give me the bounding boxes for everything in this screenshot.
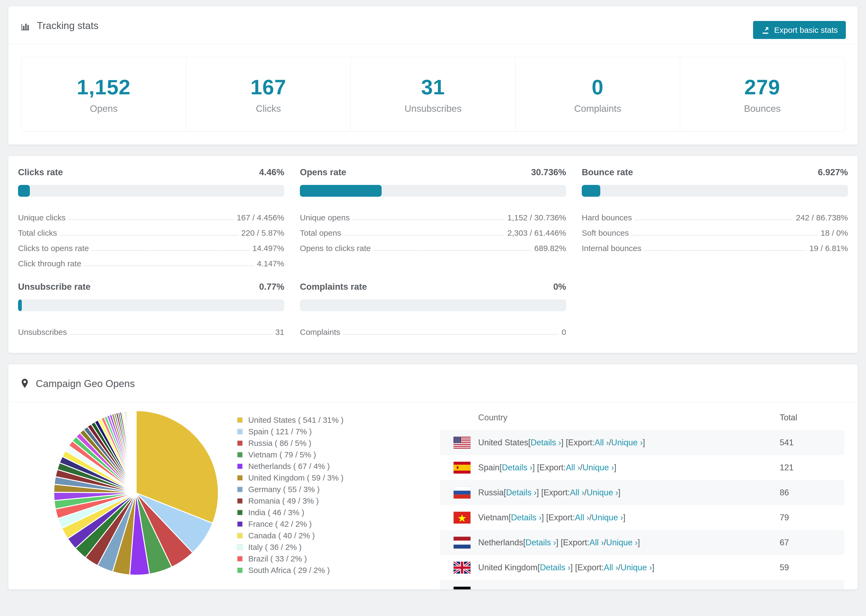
export-unique-link[interactable]: Unique ›: [583, 463, 614, 473]
legend-percent: 3%: [288, 508, 299, 517]
rate-head: Opens rate30.736%: [300, 167, 566, 178]
details-link-label: Details: [526, 538, 551, 547]
export-all-link-label: All: [566, 463, 575, 472]
legend-swatch: [237, 440, 243, 446]
separator: ]: [614, 463, 616, 473]
export-all-link[interactable]: All ›: [595, 438, 609, 448]
rate-row-label: Clicks to opens rate: [18, 244, 89, 253]
stat-value: 31: [421, 75, 445, 99]
legend-country: Canada: [248, 531, 276, 540]
rate-progress-track: [300, 299, 566, 311]
table-row-united-kingdom: United Kingdom [Details ›] [Export: All …: [440, 555, 844, 580]
separator: ): [297, 543, 301, 552]
legend-count: 541: [303, 415, 316, 424]
export-label: Export:: [563, 538, 589, 547]
legend-count: 79: [284, 450, 293, 459]
legend-swatch: [237, 509, 243, 515]
separator: [: [528, 438, 531, 448]
dotted-leader: [353, 220, 504, 220]
rate-row-value: 18 / 0%: [820, 228, 848, 238]
legend-country: Italy: [248, 543, 263, 552]
chevron-right-icon: ›: [638, 438, 643, 447]
rates-card: Clicks rate4.46%Unique clicks167 / 4.456…: [8, 156, 858, 353]
legend-percent: 3%: [302, 497, 314, 505]
legend-label: United Kingdom ( 59 / 3% ): [248, 473, 343, 482]
header-total-label: Total: [780, 413, 797, 422]
flag-ru-icon: [453, 487, 471, 498]
rate-row-label: Soft bounces: [582, 228, 629, 238]
legend-label: France ( 42 / 2% ): [248, 520, 312, 529]
export-all-link[interactable]: All ›: [589, 538, 604, 547]
export-unique-link-label: Unique: [606, 538, 633, 547]
flag-es-icon: [453, 462, 471, 473]
export-all-link[interactable]: All ›: [604, 563, 618, 572]
total-cell: 121: [780, 463, 844, 473]
geo-title: Campaign Geo Opens: [20, 378, 135, 390]
separator: (: [268, 554, 275, 563]
legend-item-france: France ( 42 / 2% ): [237, 518, 363, 530]
rate-value: 0.77%: [259, 282, 284, 292]
rate-row-value: 19 / 6.81%: [809, 244, 848, 253]
rate-head: Unsubscribe rate0.77%: [18, 282, 284, 292]
flag-nl-icon: [453, 537, 471, 548]
campaign-geo-opens-card: Campaign Geo Opens United States ( 541 /…: [8, 364, 858, 590]
rate-head: Complaints rate0%: [300, 282, 566, 292]
export-unique-link[interactable]: Unique ›: [592, 513, 623, 522]
details-link[interactable]: Details ›: [540, 563, 570, 572]
separator: ): [310, 531, 315, 540]
dotted-leader: [69, 220, 233, 220]
export-unique-link[interactable]: Unique ›: [606, 538, 638, 547]
separator: /: [289, 520, 296, 528]
legend-label: Romania ( 49 / 3% ): [248, 497, 319, 506]
export-basic-stats-button[interactable]: Export basic stats: [753, 21, 846, 39]
details-link[interactable]: Details ›: [526, 538, 556, 547]
details-link[interactable]: Details ›: [506, 488, 537, 498]
export-unique-link-label: Unique: [611, 438, 638, 447]
separator: /: [288, 438, 295, 448]
chevron-right-icon: ›: [609, 463, 614, 472]
rate-row-value: 689.82%: [534, 244, 566, 253]
export-all-link[interactable]: All ›: [575, 513, 589, 522]
chevron-right-icon: ›: [633, 538, 638, 547]
export-all-link[interactable]: All ›: [570, 488, 584, 498]
details-link[interactable]: Details ›: [511, 513, 542, 522]
dotted-leader: [343, 334, 558, 335]
rate-row-label: Total opens: [300, 228, 341, 238]
export-unique-link-label: Unique: [620, 563, 647, 572]
legend-item-vietnam: Vietnam ( 79 / 5% ): [237, 449, 363, 460]
details-link[interactable]: Details ›: [531, 438, 561, 448]
legend-percent: 3%: [303, 485, 315, 494]
separator: ] [: [532, 463, 540, 473]
legend-item-italy: Italy ( 36 / 2% ): [237, 541, 363, 553]
legend-label: Germany ( 55 / 3% ): [248, 485, 320, 494]
legend-percent: 5%: [299, 450, 311, 459]
geo-table-header-country: Country: [440, 413, 780, 423]
legend-count: 36: [270, 543, 279, 552]
legend-country: Brazil: [248, 554, 268, 563]
geo-legend: United States ( 541 / 31% )Spain ( 121 /…: [237, 414, 363, 590]
legend-percent: 7%: [296, 427, 307, 436]
export-button-label: Export basic stats: [774, 25, 838, 35]
rate-row-label: Unique clicks: [18, 213, 66, 223]
legend-item-south-africa: South Africa ( 29 / 2% ): [237, 564, 363, 576]
legend-label: Netherlands ( 67 / 4% ): [248, 462, 330, 471]
export-unique-link[interactable]: Unique ›: [620, 563, 652, 572]
separator: ] [: [556, 538, 563, 547]
table-row-netherlands: Netherlands [Details ›] [Export: All › /…: [440, 530, 844, 555]
export-all-link[interactable]: All ›: [566, 463, 580, 473]
rate-row: Hard bounces242 / 86.738%: [582, 207, 848, 223]
details-link[interactable]: Details ›: [502, 463, 532, 473]
legend-percent: 2%: [285, 543, 297, 552]
separator: (: [277, 450, 284, 459]
export-unique-link[interactable]: Unique ›: [587, 488, 618, 498]
legend-item-canada: Canada ( 40 / 2% ): [237, 530, 363, 541]
export-unique-link[interactable]: Unique ›: [611, 438, 643, 448]
rate-progress-fill: [582, 185, 600, 197]
separator: (: [276, 531, 283, 540]
export-all-link-label: All: [604, 563, 613, 572]
stat-label: Complaints: [574, 103, 621, 114]
geo-table-header-row: CountryTotal: [440, 405, 844, 430]
legend-item-germany: Germany ( 55 / 3% ): [237, 484, 363, 495]
rate-row: Unique clicks167 / 4.456%: [18, 207, 284, 223]
separator: /: [609, 438, 611, 448]
